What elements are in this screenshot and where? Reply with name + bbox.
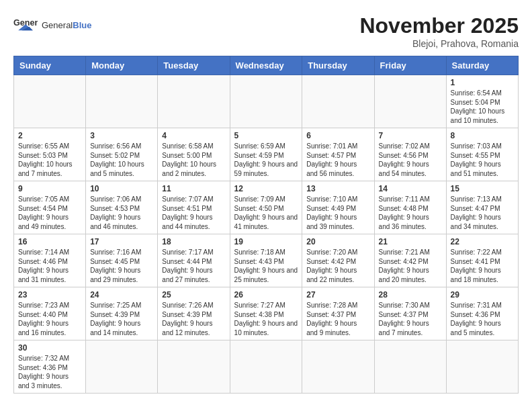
day-info: Sunrise: 7:25 AM Sunset: 4:39 PM Dayligh… bbox=[90, 301, 153, 337]
calendar-cell bbox=[86, 75, 158, 128]
day-number: 19 bbox=[234, 237, 298, 246]
calendar-cell: 10Sunrise: 7:06 AM Sunset: 4:53 PM Dayli… bbox=[86, 181, 158, 234]
calendar-cell: 15Sunrise: 7:13 AM Sunset: 4:47 PM Dayli… bbox=[446, 181, 518, 234]
calendar-cell: 21Sunrise: 7:21 AM Sunset: 4:42 PM Dayli… bbox=[374, 234, 446, 287]
day-number: 7 bbox=[379, 131, 442, 140]
col-header-sunday: Sunday bbox=[14, 56, 86, 75]
calendar-cell: 8Sunrise: 7:03 AM Sunset: 4:55 PM Daylig… bbox=[446, 128, 518, 181]
calendar-cell: 7Sunrise: 7:02 AM Sunset: 4:56 PM Daylig… bbox=[374, 128, 446, 181]
calendar-week-row: 23Sunrise: 7:23 AM Sunset: 4:40 PM Dayli… bbox=[14, 287, 519, 340]
day-info: Sunrise: 7:16 AM Sunset: 4:45 PM Dayligh… bbox=[90, 248, 153, 284]
day-number: 27 bbox=[306, 290, 369, 300]
logo-general: General bbox=[42, 20, 73, 30]
day-info: Sunrise: 7:31 AM Sunset: 4:36 PM Dayligh… bbox=[451, 301, 514, 337]
calendar-cell bbox=[158, 75, 230, 128]
day-info: Sunrise: 7:03 AM Sunset: 4:55 PM Dayligh… bbox=[451, 142, 514, 178]
calendar-week-row: 9Sunrise: 7:05 AM Sunset: 4:54 PM Daylig… bbox=[14, 181, 519, 234]
day-info: Sunrise: 7:32 AM Sunset: 4:36 PM Dayligh… bbox=[18, 354, 81, 390]
day-info: Sunrise: 7:27 AM Sunset: 4:38 PM Dayligh… bbox=[234, 301, 298, 337]
day-number: 26 bbox=[234, 290, 298, 300]
page-header: General GeneralBlue November 2025 Blejoi… bbox=[13, 13, 519, 49]
day-info: Sunrise: 7:10 AM Sunset: 4:49 PM Dayligh… bbox=[306, 195, 369, 231]
day-info: Sunrise: 7:20 AM Sunset: 4:42 PM Dayligh… bbox=[306, 248, 369, 284]
day-number: 17 bbox=[90, 237, 153, 246]
day-info: Sunrise: 7:30 AM Sunset: 4:37 PM Dayligh… bbox=[379, 301, 442, 337]
day-number: 15 bbox=[451, 184, 514, 193]
day-number: 22 bbox=[451, 237, 514, 246]
calendar-cell: 12Sunrise: 7:09 AM Sunset: 4:50 PM Dayli… bbox=[230, 181, 302, 234]
calendar-cell: 22Sunrise: 7:22 AM Sunset: 4:41 PM Dayli… bbox=[446, 234, 518, 287]
calendar-week-row: 16Sunrise: 7:14 AM Sunset: 4:46 PM Dayli… bbox=[14, 234, 519, 287]
calendar-cell: 28Sunrise: 7:30 AM Sunset: 4:37 PM Dayli… bbox=[374, 287, 446, 340]
day-info: Sunrise: 6:58 AM Sunset: 5:00 PM Dayligh… bbox=[162, 142, 225, 178]
day-number: 24 bbox=[90, 290, 153, 300]
day-number: 11 bbox=[162, 184, 225, 193]
day-info: Sunrise: 6:59 AM Sunset: 4:59 PM Dayligh… bbox=[234, 142, 298, 178]
generalblue-logo-icon: General bbox=[13, 13, 38, 38]
calendar-cell: 6Sunrise: 7:01 AM Sunset: 4:57 PM Daylig… bbox=[302, 128, 374, 181]
day-number: 2 bbox=[18, 131, 81, 140]
calendar-cell bbox=[158, 340, 230, 394]
day-number: 8 bbox=[451, 131, 514, 140]
calendar-cell: 17Sunrise: 7:16 AM Sunset: 4:45 PM Dayli… bbox=[86, 234, 158, 287]
calendar-cell bbox=[14, 75, 86, 128]
day-info: Sunrise: 7:14 AM Sunset: 4:46 PM Dayligh… bbox=[18, 248, 81, 284]
day-number: 21 bbox=[379, 237, 442, 246]
calendar-cell: 9Sunrise: 7:05 AM Sunset: 4:54 PM Daylig… bbox=[14, 181, 86, 234]
day-info: Sunrise: 7:22 AM Sunset: 4:41 PM Dayligh… bbox=[451, 248, 514, 284]
day-info: Sunrise: 7:18 AM Sunset: 4:43 PM Dayligh… bbox=[234, 248, 298, 284]
calendar-cell bbox=[374, 340, 446, 394]
calendar-cell: 11Sunrise: 7:07 AM Sunset: 4:51 PM Dayli… bbox=[158, 181, 230, 234]
col-header-friday: Friday bbox=[374, 56, 446, 75]
calendar-cell bbox=[230, 75, 302, 128]
logo: General GeneralBlue bbox=[13, 13, 91, 38]
day-number: 29 bbox=[451, 290, 514, 300]
calendar-cell: 2Sunrise: 6:55 AM Sunset: 5:03 PM Daylig… bbox=[14, 128, 86, 181]
title-block: November 2025 Blejoi, Prahova, Romania bbox=[359, 13, 519, 49]
col-header-thursday: Thursday bbox=[302, 56, 374, 75]
day-number: 30 bbox=[18, 343, 81, 353]
logo-blue: Blue bbox=[73, 20, 91, 30]
col-header-saturday: Saturday bbox=[446, 56, 518, 75]
calendar-week-row: 2Sunrise: 6:55 AM Sunset: 5:03 PM Daylig… bbox=[14, 128, 519, 181]
calendar-week-row: 30Sunrise: 7:32 AM Sunset: 4:36 PM Dayli… bbox=[14, 340, 519, 394]
day-info: Sunrise: 7:01 AM Sunset: 4:57 PM Dayligh… bbox=[306, 142, 369, 178]
calendar-cell: 19Sunrise: 7:18 AM Sunset: 4:43 PM Dayli… bbox=[230, 234, 302, 287]
day-number: 5 bbox=[234, 131, 298, 140]
day-number: 6 bbox=[306, 131, 369, 140]
day-info: Sunrise: 7:09 AM Sunset: 4:50 PM Dayligh… bbox=[234, 195, 298, 231]
calendar-cell: 3Sunrise: 6:56 AM Sunset: 5:02 PM Daylig… bbox=[86, 128, 158, 181]
calendar-cell bbox=[86, 340, 158, 394]
calendar-cell: 29Sunrise: 7:31 AM Sunset: 4:36 PM Dayli… bbox=[446, 287, 518, 340]
calendar-cell: 1Sunrise: 6:54 AM Sunset: 5:04 PM Daylig… bbox=[446, 75, 518, 128]
day-number: 10 bbox=[90, 184, 153, 193]
calendar-cell: 27Sunrise: 7:28 AM Sunset: 4:37 PM Dayli… bbox=[302, 287, 374, 340]
day-number: 28 bbox=[379, 290, 442, 300]
calendar-cell: 16Sunrise: 7:14 AM Sunset: 4:46 PM Dayli… bbox=[14, 234, 86, 287]
day-number: 1 bbox=[451, 78, 514, 87]
day-number: 12 bbox=[234, 184, 298, 193]
calendar-cell: 24Sunrise: 7:25 AM Sunset: 4:39 PM Dayli… bbox=[86, 287, 158, 340]
day-number: 25 bbox=[162, 290, 225, 300]
col-header-tuesday: Tuesday bbox=[158, 56, 230, 75]
calendar-cell: 20Sunrise: 7:20 AM Sunset: 4:42 PM Dayli… bbox=[302, 234, 374, 287]
day-number: 20 bbox=[306, 237, 369, 246]
day-info: Sunrise: 6:56 AM Sunset: 5:02 PM Dayligh… bbox=[90, 142, 153, 178]
col-header-wednesday: Wednesday bbox=[230, 56, 302, 75]
calendar-cell: 30Sunrise: 7:32 AM Sunset: 4:36 PM Dayli… bbox=[14, 340, 86, 394]
calendar-week-row: 1Sunrise: 6:54 AM Sunset: 5:04 PM Daylig… bbox=[14, 75, 519, 128]
day-number: 14 bbox=[379, 184, 442, 193]
day-number: 4 bbox=[162, 131, 225, 140]
day-info: Sunrise: 7:02 AM Sunset: 4:56 PM Dayligh… bbox=[379, 142, 442, 178]
day-number: 3 bbox=[90, 131, 153, 140]
calendar-cell bbox=[374, 75, 446, 128]
calendar-cell: 26Sunrise: 7:27 AM Sunset: 4:38 PM Dayli… bbox=[230, 287, 302, 340]
day-number: 23 bbox=[18, 290, 81, 300]
day-info: Sunrise: 7:07 AM Sunset: 4:51 PM Dayligh… bbox=[162, 195, 225, 231]
day-number: 16 bbox=[18, 237, 81, 246]
calendar-cell: 23Sunrise: 7:23 AM Sunset: 4:40 PM Dayli… bbox=[14, 287, 86, 340]
day-number: 13 bbox=[306, 184, 369, 193]
day-number: 18 bbox=[162, 237, 225, 246]
day-info: Sunrise: 7:11 AM Sunset: 4:48 PM Dayligh… bbox=[379, 195, 442, 231]
day-info: Sunrise: 6:55 AM Sunset: 5:03 PM Dayligh… bbox=[18, 142, 81, 178]
